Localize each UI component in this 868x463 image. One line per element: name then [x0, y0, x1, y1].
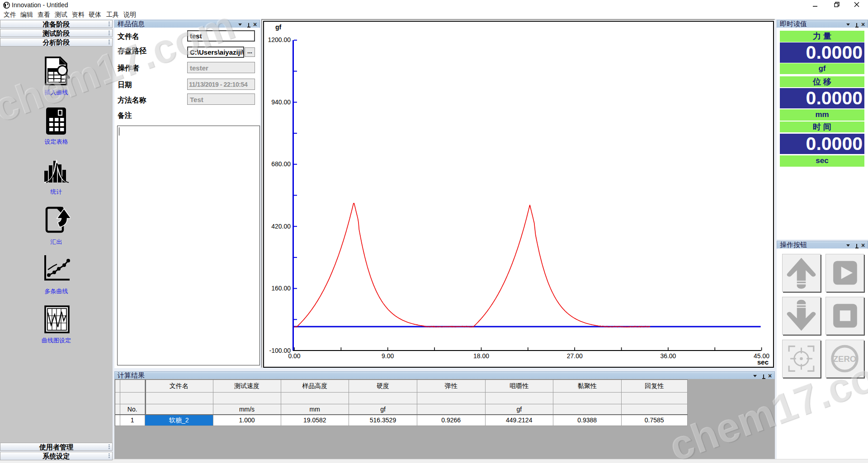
svg-text:ZERO: ZERO [833, 354, 856, 364]
svg-text:680.00: 680.00 [271, 160, 291, 168]
svg-text:36.00: 36.00 [660, 352, 676, 360]
svg-text:420.00: 420.00 [271, 223, 291, 230]
svg-text:18.00: 18.00 [473, 352, 489, 360]
svg-text:0.00: 0.00 [288, 352, 300, 360]
svg-text:-100.00: -100.00 [269, 347, 291, 354]
svg-text:gf: gf [275, 23, 282, 31]
svg-text:160.00: 160.00 [271, 285, 291, 292]
svg-text:940.00: 940.00 [271, 98, 291, 106]
svg-text:45.00: 45.00 [754, 352, 769, 360]
svg-text:27.00: 27.00 [567, 352, 583, 360]
svg-text:9.00: 9.00 [382, 352, 394, 360]
svg-text:1200.00: 1200.00 [268, 36, 291, 43]
